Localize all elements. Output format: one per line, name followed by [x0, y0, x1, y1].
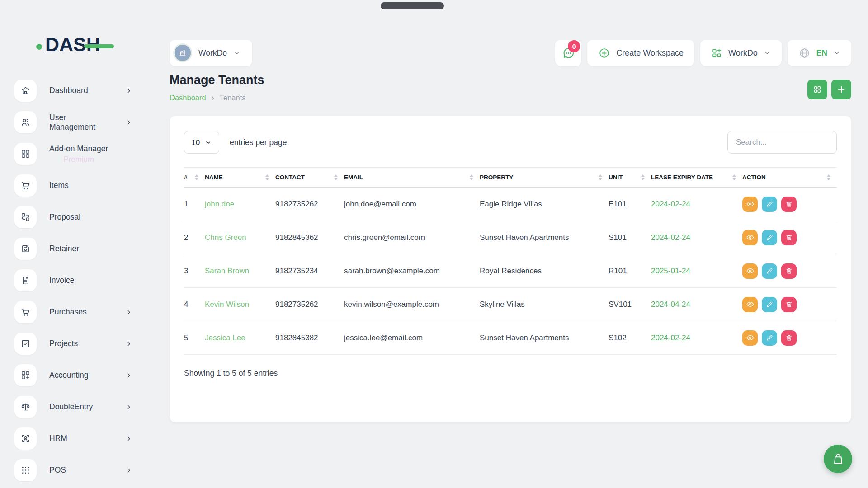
row-index: 1 — [184, 188, 205, 221]
entries-per-page-label: entries per page — [230, 138, 287, 147]
lease-expiry-date: 2024-04-24 — [651, 300, 690, 309]
lease-expiry-date: 2024-02-24 — [651, 333, 690, 342]
retainer-icon — [14, 238, 37, 260]
sort-icon — [599, 174, 602, 180]
sidebar-item-user-management[interactable]: User Management — [14, 111, 161, 133]
messages-button[interactable]: 0 — [555, 40, 581, 66]
tenant-unit: S102 — [609, 321, 651, 355]
delete-button[interactable] — [781, 330, 797, 346]
chevron-right-icon — [126, 341, 132, 347]
search-input[interactable] — [727, 131, 837, 154]
sidebar-item-invoice[interactable]: Invoice — [14, 269, 161, 291]
view-button[interactable] — [742, 230, 758, 245]
app-logo: DASH — [36, 33, 161, 56]
create-workspace-button[interactable]: Create Workspace — [587, 40, 694, 66]
cart-icon — [14, 174, 37, 197]
lease-expiry-date: 2024-02-24 — [651, 233, 690, 242]
tenant-name-link[interactable]: Kevin Wilson — [205, 300, 249, 309]
column-header-property[interactable]: PROPERTY — [480, 168, 609, 188]
plus-circle-icon — [598, 47, 610, 59]
edit-button[interactable] — [762, 197, 777, 212]
sidebar-item-pos[interactable]: POS — [14, 459, 161, 481]
column-header-lease-expiry[interactable]: LEASE EXPIRY DATE — [651, 168, 742, 188]
column-header-name[interactable]: NAME — [205, 168, 275, 188]
tenant-name-link[interactable]: john doe — [205, 200, 234, 208]
grid-plus-icon — [711, 47, 722, 59]
eye-icon — [746, 233, 755, 242]
sidebar-item-label: Dashboard — [49, 86, 88, 95]
view-button[interactable] — [742, 297, 758, 312]
column-header-action[interactable]: ACTION — [742, 168, 837, 188]
trash-icon — [785, 234, 793, 241]
sort-icon — [732, 174, 736, 180]
delete-button[interactable] — [781, 197, 797, 212]
sidebar-item-doubleentry[interactable]: DoubleEntry — [14, 396, 161, 418]
delete-button[interactable] — [781, 230, 797, 245]
sort-icon — [827, 174, 830, 180]
tenant-name-link[interactable]: Jessica Lee — [205, 333, 245, 342]
add-tenant-button[interactable] — [831, 80, 851, 99]
sidebar-item-items[interactable]: Items — [14, 174, 161, 197]
language-selector[interactable]: EN — [788, 40, 851, 66]
edit-button[interactable] — [762, 297, 777, 312]
view-button[interactable] — [742, 263, 758, 279]
topbar: WorkDo 0 Create Workspace WorkDo — [170, 40, 851, 66]
table-row: 1 john doe 9182735262 john.doe@email.com… — [184, 188, 837, 221]
edit-button[interactable] — [762, 263, 777, 279]
globe-icon — [798, 47, 811, 59]
sidebar-item-projects[interactable]: Projects — [14, 333, 161, 355]
tenant-email: jessica.lee@email.com — [344, 321, 480, 355]
sidebar-item-label: Retainer — [49, 244, 79, 253]
workspace-menu-button[interactable]: WorkDo — [700, 40, 782, 66]
sidebar-item-dashboard[interactable]: Dashboard — [14, 80, 161, 102]
grid-view-button[interactable] — [807, 80, 827, 99]
sidebar-item-addon-manager[interactable]: Add-on Manager Premium — [14, 143, 161, 165]
sidebar-item-purchases[interactable]: Purchases — [14, 301, 161, 323]
sidebar-item-label: Accounting — [49, 371, 89, 380]
sort-icon — [334, 174, 338, 180]
view-button[interactable] — [742, 330, 758, 346]
workspace-avatar — [173, 43, 192, 62]
column-header-unit[interactable]: UNIT — [609, 168, 651, 188]
view-button[interactable] — [742, 197, 758, 212]
entries-per-page-value: 10 — [192, 138, 200, 147]
column-header-index[interactable]: # — [184, 168, 205, 188]
table-row: 5 Jessica Lee 9182845382 jessica.lee@ema… — [184, 321, 837, 355]
store-fab-button[interactable] — [824, 445, 852, 473]
delete-button[interactable] — [781, 297, 797, 312]
column-header-contact[interactable]: CONTACT — [275, 168, 344, 188]
eye-icon — [746, 300, 755, 309]
sidebar-item-accounting[interactable]: Accounting — [14, 364, 161, 386]
proposal-icon — [14, 206, 37, 228]
sidebar-item-proposal[interactable]: Proposal — [14, 206, 161, 228]
sidebar-item-hrm[interactable]: HRM — [14, 427, 161, 450]
sidebar-menu: Dashboard User Management Add-on Manager… — [0, 80, 161, 481]
tenant-email: kevin.wilson@example.com — [344, 288, 480, 321]
column-header-email[interactable]: EMAIL — [344, 168, 480, 188]
language-code: EN — [816, 48, 827, 58]
pos-icon — [14, 459, 37, 481]
sidebar-item-retainer[interactable]: Retainer — [14, 238, 161, 260]
workspace-selector[interactable]: WorkDo — [170, 40, 252, 66]
delete-button[interactable] — [781, 263, 797, 279]
breadcrumb-dashboard-link[interactable]: Dashboard — [170, 94, 206, 102]
tenant-name-link[interactable]: Chris Green — [205, 233, 246, 242]
sidebar-item-label: HRM — [49, 434, 67, 443]
sidebar-item-label: Add-on Manager — [49, 144, 108, 154]
entries-per-page-select[interactable]: 10 — [184, 131, 219, 154]
eye-icon — [746, 200, 755, 208]
main-content: WorkDo 0 Create Workspace WorkDo — [161, 0, 868, 488]
trash-icon — [785, 200, 793, 208]
projects-icon — [14, 333, 37, 355]
plus-icon — [836, 84, 846, 94]
edit-button[interactable] — [762, 330, 777, 346]
tenant-contact: 9182735234 — [275, 254, 344, 288]
edit-button[interactable] — [762, 230, 777, 245]
grid-icon — [813, 85, 822, 94]
pencil-icon — [766, 334, 774, 342]
sidebar-item-label: DoubleEntry — [49, 402, 93, 412]
tenant-name-link[interactable]: Sarah Brown — [205, 267, 249, 275]
breadcrumb-separator: › — [212, 93, 214, 103]
tenant-contact: 9182735262 — [275, 188, 344, 221]
create-workspace-label: Create Workspace — [616, 48, 684, 58]
